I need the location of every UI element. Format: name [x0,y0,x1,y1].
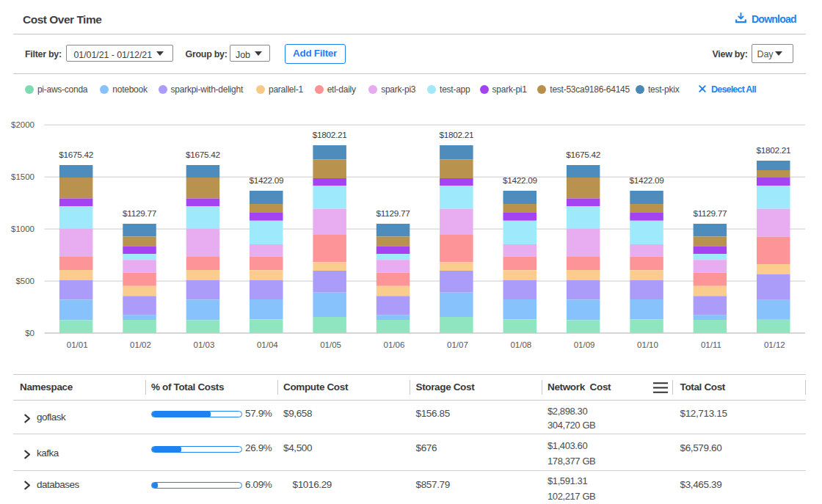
svg-text:01/03: 01/03 [194,340,215,349]
svg-text:01/11: 01/11 [701,340,721,349]
svg-text:01/12: 01/12 [764,340,785,349]
svg-text:01/02: 01/02 [130,340,151,349]
svg-text:$500: $500 [15,277,34,285]
svg-text:01/05: 01/05 [320,340,341,349]
svg-text:$1675.42: $1675.42 [59,150,93,160]
svg-text:$1802.21: $1802.21 [313,130,347,140]
svg-text:01/10: 01/10 [637,340,658,349]
svg-text:01/08: 01/08 [510,340,531,349]
svg-text:$1802.21: $1802.21 [756,145,790,156]
svg-text:01/09: 01/09 [574,340,595,349]
svg-text:01/01: 01/01 [67,340,88,349]
svg-text:$1000: $1000 [11,224,34,233]
svg-text:01/07: 01/07 [447,340,468,349]
svg-text:$1802.21: $1802.21 [439,130,473,140]
svg-text:$1422.09: $1422.09 [503,175,537,186]
svg-text:$1129.77: $1129.77 [693,208,727,219]
svg-text:$2000: $2000 [11,120,34,129]
svg-text:$1422.09: $1422.09 [249,175,283,186]
svg-text:01/06: 01/06 [384,340,405,349]
svg-text:01/04: 01/04 [257,340,278,349]
svg-text:$1675.42: $1675.42 [186,150,220,160]
svg-text:$1422.09: $1422.09 [630,175,664,186]
svg-text:$1500: $1500 [11,172,34,181]
svg-text:$1129.77: $1129.77 [377,208,410,219]
svg-text:$0: $0 [25,329,34,337]
svg-text:$1129.77: $1129.77 [123,208,156,219]
svg-text:$1675.42: $1675.42 [566,150,600,160]
